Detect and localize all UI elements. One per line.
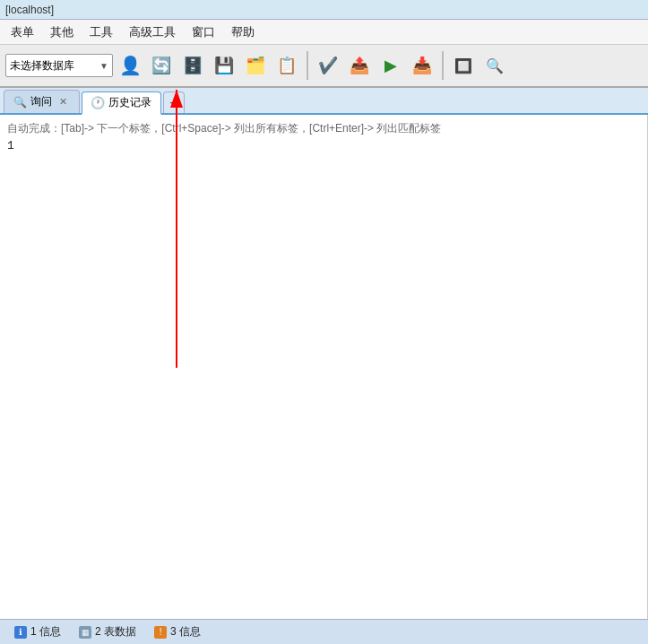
zoom-btn[interactable]: 🔍 bbox=[480, 51, 509, 80]
db-refresh-icon: 🔄 bbox=[151, 56, 171, 75]
check-icon: ✔️ bbox=[318, 56, 338, 75]
tab-history-label: 历史记录 bbox=[108, 95, 151, 110]
table2-icon: 📋 bbox=[277, 56, 297, 75]
db-selector[interactable]: 未选择数据库 ▼ bbox=[5, 54, 113, 77]
export-btn[interactable]: 📤 bbox=[345, 51, 374, 80]
refresh-btn[interactable]: 🔄 bbox=[147, 51, 176, 80]
arrow-right-btn[interactable]: ▶ bbox=[376, 51, 405, 80]
upload-btn[interactable]: 📥 bbox=[408, 51, 436, 80]
connect-icon: 👤 bbox=[119, 55, 142, 76]
db-open-icon: 🗄️ bbox=[183, 56, 203, 75]
db-icon: 💾 bbox=[214, 56, 234, 75]
status-info[interactable]: ℹ 1 信息 bbox=[7, 622, 68, 641]
status-bar: ℹ 1 信息 ▦ 2 表数据 ! 3 信息 bbox=[0, 619, 648, 644]
db-open-btn[interactable]: 🗄️ bbox=[178, 51, 207, 80]
table2-btn[interactable]: 📋 bbox=[272, 51, 301, 80]
status-info3-label: 3 信息 bbox=[170, 624, 201, 640]
table-icon: 🗂️ bbox=[246, 56, 265, 75]
menu-bar: 表单 其他 工具 高级工具 窗口 帮助 bbox=[0, 20, 648, 45]
tab-bar: 🔍 询问 ✕ 🕐 历史记录 + bbox=[0, 88, 648, 115]
separator-1 bbox=[307, 51, 308, 80]
db-selector-label: 未选择数据库 bbox=[10, 58, 74, 74]
status-info-icon: ℹ bbox=[14, 626, 27, 639]
editor-area[interactable]: 自动完成：[Tab]-> 下一个标签，[Ctrl+Space]-> 列出所有标签… bbox=[0, 115, 648, 619]
upload-icon: 📥 bbox=[412, 56, 432, 75]
status-info3[interactable]: ! 3 信息 bbox=[147, 622, 208, 641]
tab-query-label: 询问 bbox=[30, 94, 52, 109]
query-tab-icon: 🔍 bbox=[13, 96, 26, 109]
connect-btn[interactable]: 👤 bbox=[116, 51, 144, 80]
plus-icon: + bbox=[169, 95, 177, 111]
table-btn[interactable]: 🗂️ bbox=[241, 51, 270, 80]
grid-icon: 🔲 bbox=[454, 57, 472, 74]
tab-add-button[interactable]: + bbox=[163, 91, 185, 113]
tab-query[interactable]: 🔍 询问 ✕ bbox=[4, 90, 80, 113]
tab-history[interactable]: 🕐 历史记录 bbox=[82, 91, 161, 115]
export-icon: 📤 bbox=[350, 56, 369, 75]
status-info-label: 1 信息 bbox=[30, 624, 61, 640]
title-text: [localhost] bbox=[5, 4, 54, 16]
menu-item-window[interactable]: 窗口 bbox=[185, 22, 222, 43]
arrow-right-icon: ▶ bbox=[384, 56, 397, 75]
status-info3-icon: ! bbox=[154, 626, 167, 639]
db-btn[interactable]: 💾 bbox=[210, 51, 238, 80]
toolbar: 未选择数据库 ▼ 👤 🔄 🗄️ 💾 🗂️ 📋 ✔️ 📤 ▶ bbox=[0, 45, 648, 88]
check-btn[interactable]: ✔️ bbox=[314, 51, 342, 80]
chevron-down-icon: ▼ bbox=[99, 61, 108, 71]
menu-item-form[interactable]: 表单 bbox=[4, 22, 41, 43]
menu-item-help[interactable]: 帮助 bbox=[224, 22, 262, 43]
status-tabledata-label: 2 表数据 bbox=[95, 624, 136, 640]
editor-line-1: 1 bbox=[7, 137, 640, 156]
status-tabledata[interactable]: ▦ 2 表数据 bbox=[72, 622, 143, 641]
tab-query-close[interactable]: ✕ bbox=[56, 95, 70, 109]
menu-item-tools[interactable]: 工具 bbox=[82, 22, 120, 43]
zoom-icon: 🔍 bbox=[486, 57, 504, 74]
title-bar: [localhost] bbox=[0, 0, 648, 20]
autocomplete-hint: 自动完成：[Tab]-> 下一个标签，[Ctrl+Space]-> 列出所有标签… bbox=[7, 120, 640, 137]
grid-btn[interactable]: 🔲 bbox=[449, 51, 478, 80]
separator-2 bbox=[442, 51, 444, 80]
status-tabledata-icon: ▦ bbox=[79, 626, 91, 639]
history-tab-icon: 🕐 bbox=[91, 97, 104, 109]
menu-item-other[interactable]: 其他 bbox=[43, 22, 81, 43]
menu-item-advanced[interactable]: 高级工具 bbox=[122, 22, 183, 43]
